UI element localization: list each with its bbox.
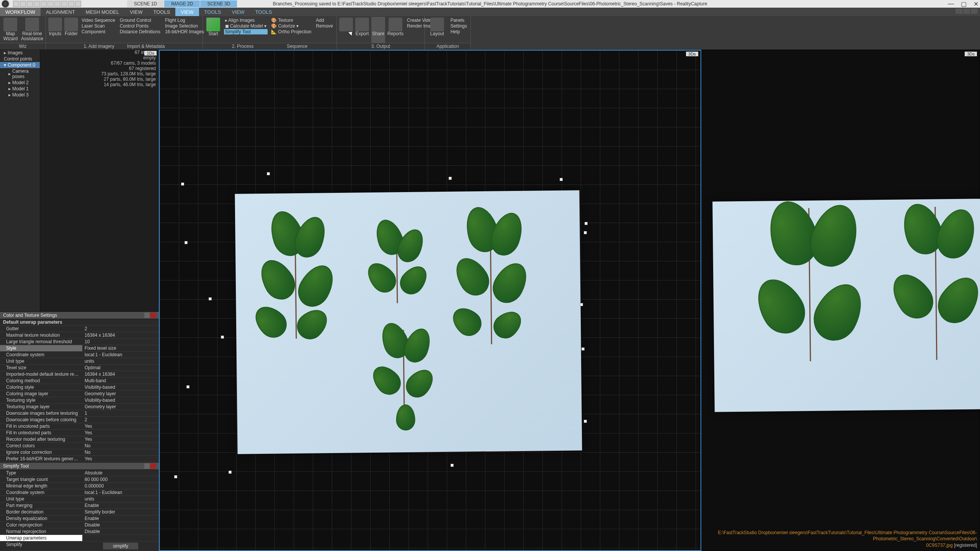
scene-tab-2d[interactable]: IMAGE 2D — [164, 0, 200, 7]
group-label: 2. Process Sequence — [203, 43, 336, 49]
tab-tools1[interactable]: TOOLS — [148, 8, 175, 16]
property-row[interactable]: Downscale images before coloring2 — [0, 417, 159, 423]
property-row[interactable]: Ignore color correctionNo — [0, 449, 159, 456]
scene-tab-3d[interactable]: SCENE 3D — [200, 0, 237, 7]
tab-tools3[interactable]: TOOLS — [250, 8, 278, 16]
view-badge-1d[interactable]: 1Ds — [144, 51, 157, 55]
summary-line: 67 images — [40, 50, 159, 55]
view-badge-3d[interactable]: 3Ds — [686, 52, 698, 56]
property-row[interactable]: Prefer 16-bit/HDR textures generationYes — [0, 456, 159, 462]
property-row[interactable]: Imported-model default texture resolutio… — [0, 371, 159, 378]
property-row[interactable]: Coloring methodMulti-band — [0, 378, 159, 384]
property-row[interactable]: Part mergingEnable — [0, 502, 159, 509]
ribbon-group-process: Start ▸ Align Images◼ Calculate Model ▾S… — [203, 16, 337, 49]
property-row[interactable]: Gutter2 — [0, 326, 159, 332]
qat-icon[interactable] — [27, 1, 33, 7]
property-row[interactable]: Color reprojectionDisable — [0, 522, 159, 528]
qat-icon[interactable] — [20, 1, 26, 7]
qat-icon[interactable] — [54, 1, 60, 7]
property-row[interactable]: Fill in untextured partsYes — [0, 430, 159, 436]
group-label: 1. Add imagery Import & Metadata — [46, 43, 203, 49]
group-label: 3. Output — [337, 43, 425, 49]
minimize-icon[interactable]: — — [948, 0, 954, 8]
close-icon[interactable]: ✕ — [973, 0, 978, 8]
property-row[interactable]: Recolor model after texturingYes — [0, 436, 159, 443]
tree-model1[interactable]: ▸ Model 1 — [0, 86, 40, 92]
group-label: Wiz — [0, 43, 46, 49]
panel-header-color-texture[interactable]: Color and Texture Settings — [0, 311, 159, 319]
viewport-3d-side[interactable]: 3Ds E:\FastTrackStudio Dropbox\emiel sle… — [701, 50, 980, 551]
qat-icon[interactable] — [47, 1, 54, 7]
tab-view3[interactable]: VIEW — [226, 8, 250, 16]
property-row[interactable]: Large triangle removal threshold10 — [0, 339, 159, 345]
property-row[interactable]: Unit typeunits — [0, 496, 159, 502]
ribbon-corner-commands[interactable] — [956, 8, 978, 14]
summary-line: 73 parts, 128.0M tris, large — [40, 71, 159, 77]
property-row[interactable]: Texel sizeOptimal — [0, 365, 159, 371]
property-row[interactable]: Normal reprojectionDisable — [0, 528, 159, 535]
scene-tabs[interactable]: SCENE 1D IMAGE 2D SCENE 3D — [127, 0, 237, 7]
viewports: 3Ds — [159, 50, 980, 551]
qat-icon[interactable] — [41, 1, 47, 7]
tab-view1[interactable]: VIEW — [124, 8, 148, 16]
property-row[interactable]: Coordinate systemlocal:1 - Euclidean — [0, 489, 159, 496]
quick-access-toolbar[interactable] — [13, 1, 81, 7]
tree-control-points[interactable]: Control points — [0, 56, 40, 62]
export-icon — [355, 18, 369, 31]
property-row[interactable]: StyleFixed texel size — [0, 345, 159, 352]
qat-icon[interactable] — [68, 1, 74, 7]
qat-icon[interactable] — [13, 1, 19, 7]
simplify-button[interactable]: simplify — [103, 543, 138, 549]
window-controls[interactable]: — ▢ ✕ — [948, 0, 978, 8]
property-row[interactable]: Texturing image layerGeometry layer — [0, 404, 159, 410]
viewport-3d-main[interactable]: 3Ds — [159, 50, 701, 551]
property-row[interactable]: Coloring image layerGeometry layer — [0, 391, 159, 397]
layout-icon — [430, 18, 444, 31]
property-row[interactable]: Simplifysimplify — [0, 541, 159, 551]
property-row[interactable]: Border decimationSimplify border — [0, 509, 159, 515]
qat-icon[interactable] — [61, 1, 67, 7]
app-logo-icon — [2, 0, 9, 8]
property-row[interactable]: Texturing styleVisibility-based — [0, 397, 159, 404]
folder-icon — [64, 18, 78, 31]
ribbon-group-application: Layout PanelsSettingsHelp Application — [425, 16, 471, 49]
tab-tools2[interactable]: TOOLS — [199, 8, 227, 16]
property-row[interactable]: Unwrap parameters — [0, 535, 159, 541]
cursor-icon — [350, 31, 355, 38]
tab-alignment[interactable]: ALIGNMENT — [41, 8, 80, 16]
property-row[interactable]: Density equalizationEnable — [0, 515, 159, 522]
tree-component0[interactable]: ▾ Component 0 — [0, 62, 40, 68]
property-row[interactable]: Coordinate systemlocal:1 - Euclidean — [0, 352, 159, 358]
inputs-icon — [48, 18, 62, 31]
tree-model3[interactable]: ▸ Model 3 — [0, 92, 40, 98]
property-row[interactable]: Fill in uncolored partsYes — [0, 423, 159, 430]
tab-mesh[interactable]: MESH MODEL — [80, 8, 124, 16]
status-text: E:\FastTrackStudio Dropbox\emiel sleeger… — [702, 530, 977, 549]
property-row[interactable]: Coloring styleVisibility-based — [0, 384, 159, 391]
property-row[interactable]: Unit typeunits — [0, 358, 159, 365]
property-row[interactable]: Minimal edge length0.000000 — [0, 483, 159, 489]
tree-images[interactable]: ▸ Images — [0, 50, 40, 56]
property-row[interactable]: TypeAbsolute — [0, 470, 159, 476]
model-surface — [235, 190, 582, 454]
simplify-tool-link: Simplify Tool — [224, 29, 268, 34]
panel-header-simplify[interactable]: Simplify Tool — [0, 462, 159, 470]
tree-model2[interactable]: ▸ Model 2 — [0, 80, 40, 86]
qat-icon[interactable] — [75, 1, 81, 7]
property-row[interactable]: Correct colorsNo — [0, 443, 159, 449]
scene-tab-1d[interactable]: SCENE 1D — [127, 0, 164, 7]
ribbon-tabs[interactable]: WORKFLOW ALIGNMENT MESH MODEL VIEW TOOLS… — [0, 8, 980, 16]
property-panels[interactable]: Color and Texture Settings Default unwra… — [0, 311, 159, 551]
tab-workflow[interactable]: WORKFLOW — [0, 8, 41, 16]
qat-icon[interactable] — [34, 1, 40, 7]
view-badge-3d[interactable]: 3Ds — [965, 52, 977, 56]
maximize-icon[interactable]: ▢ — [961, 0, 967, 8]
ribbon-group-add-imagery: Inputs Folder Video SequenceLaser ScanCo… — [46, 16, 203, 49]
tree-camera-poses[interactable]: ▸ Camera poses — [0, 68, 40, 80]
play-icon — [206, 18, 220, 31]
property-row[interactable]: Target triangle count80 000 000 — [0, 476, 159, 483]
property-row[interactable]: Downscale images before texturing1 — [0, 410, 159, 417]
window-title: Branches_Processing saved to E:\FastTrac… — [273, 1, 707, 7]
property-row[interactable]: Maximal texture resolution16384 x 16384 — [0, 332, 159, 339]
tab-view2[interactable]: VIEW — [175, 8, 199, 16]
